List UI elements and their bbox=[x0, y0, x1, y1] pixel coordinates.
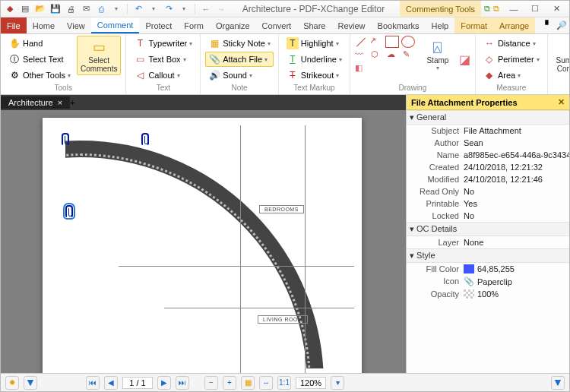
tab-organize[interactable]: Organize bbox=[210, 17, 256, 33]
opacity-swatch bbox=[464, 289, 474, 299]
zoom-in-icon[interactable]: + bbox=[223, 376, 236, 390]
tab-arrange[interactable]: Arrange bbox=[493, 17, 535, 33]
maximize-button[interactable]: ☐ bbox=[525, 2, 545, 16]
fit-width-icon[interactable]: ↔ bbox=[259, 376, 273, 390]
tab-convert[interactable]: Convert bbox=[256, 17, 298, 33]
close-button[interactable]: ✕ bbox=[546, 2, 566, 16]
first-page-icon[interactable]: ⏮ bbox=[86, 376, 100, 390]
new-icon[interactable]: ▤ bbox=[19, 3, 31, 15]
new-tab-button[interactable]: + bbox=[70, 98, 74, 107]
actual-size-icon[interactable]: 1:1 bbox=[277, 376, 291, 390]
v-locked[interactable]: No bbox=[464, 211, 569, 220]
tab-share[interactable]: Share bbox=[297, 17, 331, 33]
other-tools[interactable]: ⚙Other Tools bbox=[5, 68, 74, 83]
options-icon[interactable]: ✹ bbox=[5, 376, 19, 390]
tab-form[interactable]: Form bbox=[178, 17, 210, 33]
tab-comment[interactable]: Comment bbox=[91, 17, 140, 33]
perimeter-tool[interactable]: ◇Perimeter bbox=[480, 52, 543, 67]
save-icon[interactable]: 💾 bbox=[49, 3, 62, 15]
select-text-tool[interactable]: ⒾSelect Text bbox=[5, 52, 74, 67]
polyline-shape[interactable]: 〰 bbox=[355, 49, 369, 62]
open-icon[interactable]: 📂 bbox=[34, 3, 46, 15]
tab-format[interactable]: Format bbox=[454, 17, 493, 33]
tab-file[interactable]: File bbox=[1, 17, 27, 33]
sound-tool[interactable]: 🔊Sound bbox=[205, 68, 274, 83]
doc-tab-close-icon[interactable]: × bbox=[58, 98, 62, 107]
tab-protect[interactable]: Protect bbox=[139, 17, 178, 33]
line-shape[interactable] bbox=[356, 37, 366, 46]
mail-icon[interactable]: ✉ bbox=[80, 3, 92, 15]
eraser-icon[interactable]: ◧ bbox=[355, 63, 363, 73]
strikeout-tool[interactable]: TStrikeout bbox=[283, 68, 345, 83]
find-button[interactable]: 🔎Find... bbox=[553, 20, 570, 32]
tab-home[interactable]: Home bbox=[27, 17, 61, 33]
summarize-comments[interactable]: ▤ Summarize Comments bbox=[553, 36, 570, 75]
underline-tool[interactable]: TUnderline bbox=[283, 52, 345, 67]
v-opacity[interactable]: 100% bbox=[464, 289, 569, 299]
canvas[interactable]: BEDROOMS LIVING ROOM bbox=[1, 110, 406, 373]
panels-icon[interactable]: ⯆ bbox=[24, 376, 37, 390]
collapse-props-icon[interactable]: ⯆ bbox=[551, 376, 565, 390]
nav-fwd-icon[interactable]: → bbox=[215, 3, 227, 15]
select-comments-tool[interactable]: ▭ Select Comments bbox=[77, 36, 121, 75]
hand-tool[interactable]: ✋Hand bbox=[5, 36, 74, 51]
v-icon[interactable]: 📎Paperclip bbox=[464, 277, 569, 286]
tab-help[interactable]: Help bbox=[426, 17, 455, 33]
eraser-tool[interactable]: ◪ bbox=[459, 52, 470, 67]
zoom-input[interactable] bbox=[296, 377, 326, 389]
redo-icon[interactable]: ↷ bbox=[163, 3, 175, 15]
minimize-button[interactable]: — bbox=[504, 2, 524, 16]
pencil-shape[interactable]: ✎ bbox=[403, 49, 416, 62]
v-layer[interactable]: None bbox=[464, 238, 569, 247]
attachment-annot-1[interactable] bbox=[62, 133, 69, 145]
tab-view[interactable]: View bbox=[61, 17, 91, 33]
v-author[interactable]: Sean bbox=[464, 138, 569, 147]
page-input[interactable] bbox=[122, 377, 153, 389]
scan-icon[interactable]: ⎙ bbox=[95, 3, 107, 15]
attachment-annot-2[interactable] bbox=[141, 133, 149, 145]
sticky-note-tool[interactable]: ▦Sticky Note bbox=[205, 36, 274, 51]
undo-more[interactable] bbox=[147, 3, 160, 15]
typewriter-tool[interactable]: TTypewriter bbox=[131, 36, 195, 51]
section-style[interactable]: ▾ Style bbox=[407, 248, 569, 263]
v-readonly[interactable]: No bbox=[464, 187, 569, 196]
cloud-shape[interactable]: ☁ bbox=[387, 49, 401, 62]
v-fill[interactable]: 64,85,255 bbox=[464, 264, 569, 273]
next-page-icon[interactable]: ▶ bbox=[157, 376, 171, 390]
quick-launch-icon[interactable]: ▝ bbox=[540, 21, 550, 31]
rect-shape[interactable] bbox=[385, 36, 399, 48]
document-tab[interactable]: Architecture × bbox=[1, 96, 70, 109]
v-subject[interactable]: File Attachment bbox=[464, 126, 569, 135]
ui-options-icon[interactable]: ⧉ bbox=[484, 4, 490, 14]
oval-shape[interactable] bbox=[401, 36, 415, 48]
distance-tool[interactable]: ↔Distance bbox=[480, 36, 543, 51]
launch-icon[interactable]: ⧉ bbox=[493, 4, 499, 14]
prev-page-icon[interactable]: ◀ bbox=[104, 376, 118, 390]
attach-file-tool[interactable]: 📎Attach File bbox=[205, 52, 274, 67]
last-page-icon[interactable]: ⏭ bbox=[176, 376, 189, 390]
attachment-annot-selected[interactable] bbox=[65, 205, 73, 217]
nav-back-icon[interactable]: ← bbox=[200, 3, 212, 15]
v-name[interactable]: a8f985ec-e654-446a-9c3434b32a... bbox=[464, 150, 569, 160]
redo-more[interactable] bbox=[178, 3, 190, 15]
properties-close-icon[interactable]: ✕ bbox=[558, 97, 565, 107]
callout-tool[interactable]: ◁Callout bbox=[131, 68, 195, 83]
area-tool[interactable]: ◆Area bbox=[480, 68, 543, 83]
v-printable[interactable]: Yes bbox=[464, 199, 569, 208]
fit-page-icon[interactable]: ▦ bbox=[241, 376, 255, 390]
stamp-tool[interactable]: ⍓ Stamp bbox=[420, 36, 456, 74]
tab-review[interactable]: Review bbox=[331, 17, 371, 33]
zoom-dropdown[interactable]: ▾ bbox=[331, 376, 344, 390]
tab-bookmarks[interactable]: Bookmarks bbox=[372, 17, 426, 33]
qat-more[interactable] bbox=[110, 3, 122, 15]
undo-icon[interactable]: ↶ bbox=[132, 3, 144, 15]
print-icon[interactable]: 🖨 bbox=[65, 3, 77, 15]
arrow-shape[interactable]: ↗ bbox=[369, 36, 383, 48]
section-oc[interactable]: ▾ OC Details bbox=[407, 222, 569, 236]
section-general[interactable]: ▾ General bbox=[407, 110, 569, 125]
properties-header[interactable]: File Attachment Properties ✕ bbox=[407, 95, 569, 110]
zoom-out-icon[interactable]: − bbox=[204, 376, 218, 390]
polygon-shape[interactable]: ⬡ bbox=[371, 49, 385, 62]
textbox-tool[interactable]: ▭Text Box bbox=[131, 52, 195, 67]
highlight-tool[interactable]: THighlight bbox=[283, 36, 345, 51]
